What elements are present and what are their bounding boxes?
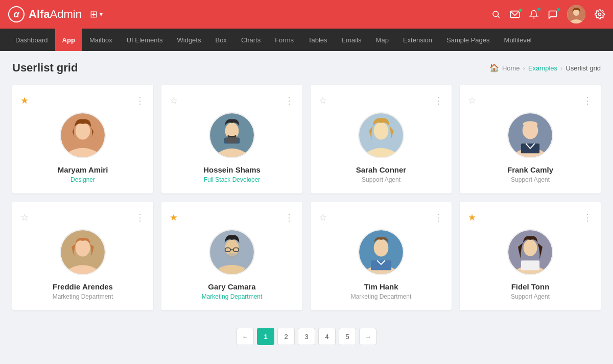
chat-button[interactable] [548, 10, 558, 19]
dots-menu-6[interactable]: ⋮ [434, 212, 443, 223]
search-button[interactable] [491, 10, 501, 19]
svg-point-5 [599, 13, 601, 16]
page-button-1[interactable]: 1 [257, 328, 274, 345]
nav-widgets[interactable]: Widgets [170, 29, 208, 51]
page-button-3[interactable]: 3 [298, 328, 315, 345]
nav-multilevel[interactable]: Multilevel [497, 29, 539, 51]
dots-menu-4[interactable]: ⋮ [135, 212, 145, 223]
star-button-4[interactable]: ☆ [20, 212, 29, 223]
nav-bar: Dashboard App Mailbox UI Elements Widget… [0, 29, 613, 51]
star-button-6[interactable]: ☆ [319, 212, 327, 223]
page-button-5[interactable]: 5 [339, 328, 356, 345]
user-role-2: Support Agent [362, 176, 400, 183]
dots-menu-5[interactable]: ⋮ [285, 212, 294, 223]
svg-point-0 [493, 11, 499, 17]
nav-tables[interactable]: Tables [301, 29, 335, 51]
user-role-4: Marketing Department [53, 293, 113, 300]
header-left: α AlfaAdmin ⊞ ▾ [8, 6, 103, 22]
nav-app[interactable]: App [55, 29, 82, 51]
avatar-4 [60, 229, 106, 275]
avatar-1 [209, 112, 255, 158]
page-content: Userlist grid 🏠 Home › Examples › Userli… [0, 51, 613, 364]
nav-map[interactable]: Map [369, 29, 396, 51]
grid-menu-icon[interactable]: ⊞ ▾ [90, 9, 103, 20]
svg-point-7 [76, 122, 90, 139]
star-button-0[interactable]: ★ [20, 95, 29, 106]
avatar-6 [358, 229, 404, 275]
nav-emails[interactable]: Emails [335, 29, 369, 51]
user-grid: ★ ⋮ Maryam Amiri Designer ☆ ⋮ [12, 85, 601, 310]
svg-point-13 [374, 122, 389, 139]
user-name-2: Sarah Conner [356, 165, 406, 174]
card-top-7: ★ ⋮ [468, 212, 593, 223]
user-card-5: ★ ⋮ Gary Camara Marketing Depar [161, 202, 302, 310]
dots-menu-2[interactable]: ⋮ [434, 95, 443, 106]
user-role-7: Support Agent [511, 293, 550, 300]
page-button-2[interactable]: 2 [277, 328, 295, 345]
star-button-5[interactable]: ★ [170, 212, 178, 223]
avatar-3 [507, 112, 553, 158]
nav-forms[interactable]: Forms [268, 29, 301, 51]
avatar-5 [209, 229, 255, 275]
notification-badge [537, 7, 541, 11]
mail-badge [518, 8, 523, 12]
user-name-7: Fidel Tonn [511, 282, 550, 291]
user-card-7: ★ ⋮ Fidel Tonn Support Agent [460, 202, 601, 310]
star-button-2[interactable]: ☆ [319, 95, 327, 106]
dots-menu-3[interactable]: ⋮ [583, 95, 593, 106]
card-top-1: ☆ ⋮ [170, 95, 294, 106]
gear-icon [595, 9, 605, 19]
dots-menu-0[interactable]: ⋮ [135, 95, 145, 106]
nav-box[interactable]: Box [208, 29, 233, 51]
card-top-0: ★ ⋮ [20, 95, 145, 106]
breadcrumb-examples[interactable]: Examples [528, 64, 557, 72]
breadcrumb-home[interactable]: Home [502, 64, 520, 72]
avatar-img-6 [359, 229, 403, 275]
card-top-5: ★ ⋮ [170, 212, 294, 223]
user-avatar-img [567, 5, 585, 23]
star-button-7[interactable]: ★ [468, 212, 476, 223]
pagination: ← 1 2 3 4 5 → [12, 323, 601, 355]
nav-sample-pages[interactable]: Sample Pages [439, 29, 497, 51]
logo-icon: α [8, 6, 25, 22]
logo-text: AlfaAdmin [29, 8, 82, 21]
chat-badge [556, 8, 560, 12]
next-page-button[interactable]: → [359, 328, 376, 345]
page-header: Userlist grid 🏠 Home › Examples › Userli… [12, 61, 601, 75]
user-role-3: Support Agent [511, 176, 550, 183]
user-name-3: Frank Camly [507, 165, 553, 174]
nav-extension[interactable]: Extension [396, 29, 439, 51]
header-right [491, 5, 605, 23]
star-button-1[interactable]: ☆ [170, 95, 178, 106]
nav-ui-elements[interactable]: UI Elements [120, 29, 170, 51]
dots-menu-1[interactable]: ⋮ [285, 95, 294, 106]
user-avatar[interactable] [567, 5, 585, 23]
user-role-0: Designer [70, 176, 95, 183]
mail-button[interactable] [510, 10, 520, 18]
page-button-4[interactable]: 4 [318, 328, 336, 345]
user-name-5: Gary Camara [208, 282, 255, 291]
svg-point-30 [524, 239, 537, 256]
breadcrumb: 🏠 Home › Examples › Userlist grid [489, 63, 601, 72]
user-name-4: Freddie Arendes [53, 282, 113, 291]
avatar-img-0 [61, 112, 105, 158]
home-icon: 🏠 [489, 63, 499, 72]
prev-page-button[interactable]: ← [237, 328, 254, 345]
notification-button[interactable] [529, 9, 538, 19]
svg-line-1 [498, 16, 499, 17]
dots-menu-7[interactable]: ⋮ [583, 212, 593, 223]
avatar-img-7 [508, 229, 552, 275]
avatar-img-4 [61, 229, 105, 275]
nav-charts[interactable]: Charts [234, 29, 268, 51]
avatar-img-5 [210, 229, 254, 275]
star-button-3[interactable]: ☆ [468, 95, 476, 106]
settings-button[interactable] [595, 9, 605, 19]
nav-dashboard[interactable]: Dashboard [8, 29, 55, 51]
top-header: α AlfaAdmin ⊞ ▾ [0, 0, 613, 29]
nav-mailbox[interactable]: Mailbox [82, 29, 120, 51]
breadcrumb-current: Userlist grid [565, 64, 601, 72]
svg-point-19 [76, 239, 90, 256]
user-name-0: Maryam Amiri [58, 165, 108, 174]
avatar-img-2 [359, 112, 403, 158]
avatar-img-3 [508, 112, 552, 158]
